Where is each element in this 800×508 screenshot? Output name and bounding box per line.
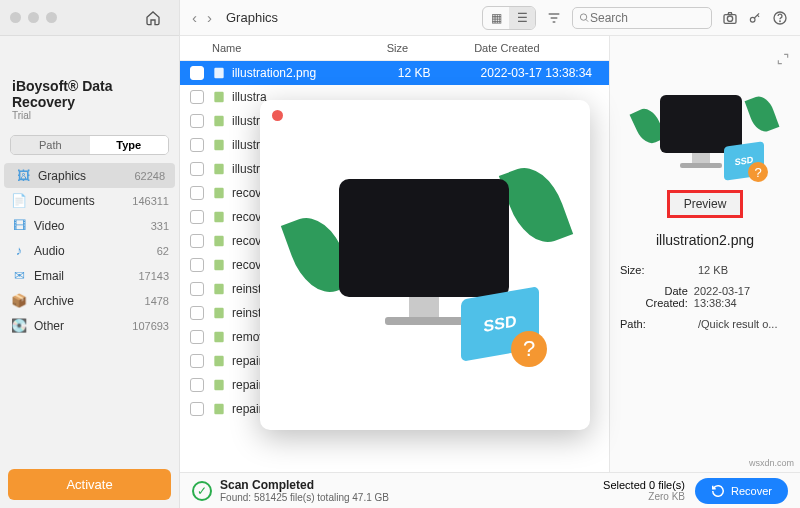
row-checkbox[interactable] <box>190 138 204 152</box>
nav-back-icon[interactable]: ‹ <box>192 9 197 26</box>
date-label: Date Created: <box>620 285 688 309</box>
row-checkbox[interactable] <box>190 66 204 80</box>
preview-button[interactable]: Preview <box>667 190 744 218</box>
category-list: 🖼Graphics62248📄Documents146311🎞Video331♪… <box>0 163 179 461</box>
list-view-icon[interactable]: ☰ <box>509 7 535 29</box>
row-checkbox[interactable] <box>190 114 204 128</box>
grid-view-icon[interactable]: ▦ <box>483 7 509 29</box>
svg-rect-10 <box>214 68 223 79</box>
col-size[interactable]: Size <box>387 42 474 54</box>
svg-rect-16 <box>214 212 223 223</box>
svg-rect-12 <box>214 116 223 127</box>
row-checkbox[interactable] <box>190 186 204 200</box>
search-box[interactable] <box>572 7 712 29</box>
file-icon <box>212 138 226 152</box>
scan-status-title: Scan Completed <box>220 478 389 492</box>
preview-panel: SSD ? Preview illustration2.png Size:12 … <box>610 36 800 472</box>
file-icon <box>212 402 226 416</box>
svg-point-7 <box>750 17 755 22</box>
window-close-icon[interactable] <box>10 12 21 23</box>
row-checkbox[interactable] <box>190 402 204 416</box>
selected-size: Zero KB <box>603 491 685 502</box>
col-date[interactable]: Date Created <box>474 42 599 54</box>
row-checkbox[interactable] <box>190 306 204 320</box>
sidebar-tabs: Path Type <box>10 135 169 155</box>
file-icon <box>212 258 226 272</box>
camera-icon[interactable] <box>722 10 738 26</box>
sidebar: iBoysoft® Data Recovery Trial Path Type … <box>0 0 180 508</box>
category-icon: 📦 <box>10 293 28 308</box>
svg-rect-21 <box>214 332 223 343</box>
popup-close-icon[interactable] <box>272 110 283 121</box>
category-count: 62248 <box>134 170 165 182</box>
window-zoom-icon[interactable] <box>46 12 57 23</box>
tab-type[interactable]: Type <box>90 136 169 154</box>
category-documents[interactable]: 📄Documents146311 <box>0 188 179 213</box>
recover-button[interactable]: Recover <box>695 478 788 504</box>
svg-rect-20 <box>214 308 223 319</box>
category-name: Email <box>34 269 138 283</box>
window-minimize-icon[interactable] <box>28 12 39 23</box>
row-checkbox[interactable] <box>190 330 204 344</box>
svg-rect-14 <box>214 164 223 175</box>
view-toggle: ▦ ☰ <box>482 6 536 30</box>
category-audio[interactable]: ♪Audio62 <box>0 238 179 263</box>
row-checkbox[interactable] <box>190 258 204 272</box>
row-checkbox[interactable] <box>190 234 204 248</box>
file-icon <box>212 162 226 176</box>
category-archive[interactable]: 📦Archive1478 <box>0 288 179 313</box>
key-icon[interactable] <box>748 11 762 25</box>
category-name: Audio <box>34 244 157 258</box>
app-brand: iBoysoft® Data Recovery <box>12 78 167 110</box>
tab-path[interactable]: Path <box>11 136 90 154</box>
row-checkbox[interactable] <box>190 210 204 224</box>
question-icon: ? <box>748 162 768 182</box>
preview-popup[interactable]: SSD ? <box>260 100 590 430</box>
file-icon <box>212 282 226 296</box>
svg-rect-19 <box>214 284 223 295</box>
file-list-header: Name Size Date Created <box>180 36 609 61</box>
question-icon: ? <box>511 331 547 367</box>
category-count: 17143 <box>138 270 169 282</box>
scan-status-sub: Found: 581425 file(s) totaling 47.1 GB <box>220 492 389 503</box>
category-graphics[interactable]: 🖼Graphics62248 <box>4 163 175 188</box>
category-video[interactable]: 🎞Video331 <box>0 213 179 238</box>
row-checkbox[interactable] <box>190 378 204 392</box>
category-count: 331 <box>151 220 169 232</box>
file-icon <box>212 234 226 248</box>
file-row[interactable]: illustration2.png12 KB2022-03-17 13:38:3… <box>180 61 609 85</box>
category-other[interactable]: 💽Other107693 <box>0 313 179 338</box>
search-input[interactable] <box>590 11 705 25</box>
file-icon <box>212 114 226 128</box>
svg-line-4 <box>586 19 588 21</box>
home-icon[interactable] <box>145 10 161 26</box>
svg-rect-18 <box>214 260 223 271</box>
date-value: 2022-03-17 13:38:34 <box>694 285 790 309</box>
row-checkbox[interactable] <box>190 354 204 368</box>
file-icon <box>212 354 226 368</box>
file-icon <box>212 66 226 80</box>
row-checkbox[interactable] <box>190 162 204 176</box>
category-icon: ♪ <box>10 243 28 258</box>
activate-button[interactable]: Activate <box>8 469 171 500</box>
expand-icon[interactable] <box>776 52 790 66</box>
filter-icon[interactable] <box>546 10 562 26</box>
svg-point-3 <box>580 13 586 19</box>
leaf-icon <box>745 93 780 135</box>
col-name[interactable]: Name <box>212 42 387 54</box>
row-checkbox[interactable] <box>190 282 204 296</box>
file-icon <box>212 306 226 320</box>
toolbar: ‹ › Graphics ▦ ☰ <box>180 0 800 36</box>
svg-rect-24 <box>214 404 223 415</box>
svg-rect-22 <box>214 356 223 367</box>
category-email[interactable]: ✉Email17143 <box>0 263 179 288</box>
preview-image: SSD ? <box>295 155 555 375</box>
category-name: Video <box>34 219 151 233</box>
row-checkbox[interactable] <box>190 90 204 104</box>
help-icon[interactable] <box>772 10 788 26</box>
preview-filename: illustration2.png <box>656 232 754 248</box>
category-name: Documents <box>34 194 132 208</box>
nav-forward-icon[interactable]: › <box>207 9 212 26</box>
svg-rect-23 <box>214 380 223 391</box>
preview-thumbnail: SSD ? <box>640 90 770 180</box>
